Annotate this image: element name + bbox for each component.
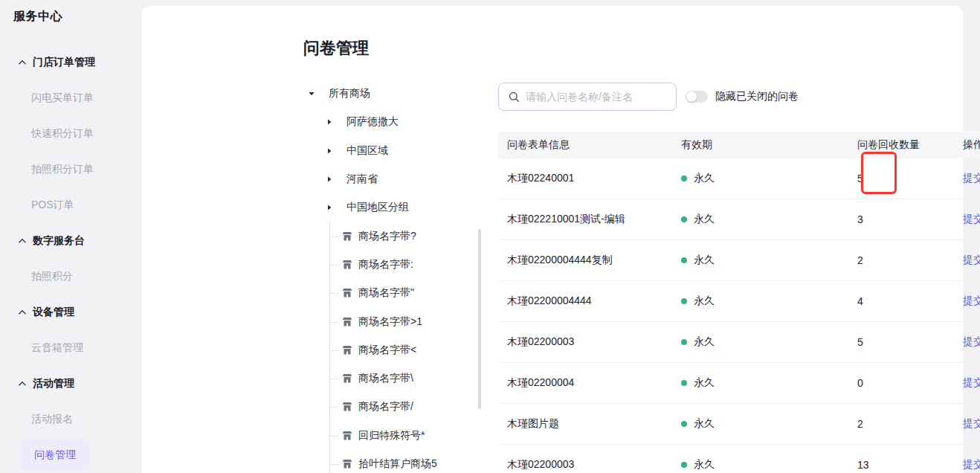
caret-down-icon [308,90,315,97]
sidebar-group[interactable]: 设备管理 [0,295,141,330]
shop-icon [342,373,352,384]
table-row: 木瑾图片题 永久 2 提交记录编辑复制 [498,404,980,445]
tree-leaf-label: 商场名字带/ [358,400,413,414]
search-icon [509,91,520,103]
sidebar-item[interactable]: 闪电买单订单 [0,80,141,116]
table-row: 木瑾02200004444复制 永久 2 提交记录编辑复制 [498,240,980,281]
status-dot [681,421,687,427]
tree-scrollbar[interactable] [478,229,481,409]
tree-leaf-label: 回归特殊符号* [358,429,425,443]
chevron-up-icon [18,236,27,245]
response-count: 3 [857,213,863,225]
tree-leaf-item[interactable]: 商场名字带" [303,279,483,307]
sidebar-item[interactable]: POS订单 [0,187,141,223]
tree-leaf-item[interactable]: 商场名字带>1 [303,307,483,335]
sidebar-item[interactable]: 问卷管理 [0,437,141,473]
questionnaire-name: 木瑾02200003 [507,335,574,349]
sidebar-group[interactable]: 门店订单管理 [0,45,141,80]
tree-leaf-item[interactable]: 回归特殊符号* [303,422,483,450]
tree-stub-line [329,407,339,408]
tree-stub-line [329,265,339,266]
questionnaire-table: 问卷表单信息 有效期 问卷回收数量 操作 木瑾02240001 永久 5 提交记… [498,132,980,473]
submit-records-link[interactable]: 提交记录 [963,458,980,472]
shop-icon [342,231,352,242]
tree-leaf-item[interactable]: 拾叶结算户商场5 [303,450,483,473]
response-count: 2 [857,418,863,430]
shop-icon [342,345,352,355]
tree-branch-item[interactable]: 中国地区分组 [303,193,483,222]
table-row: 木瑾02200004444 永久 4 提交记录编辑复制 [498,281,980,322]
sidebar: 服务中心 门店订单管理 闪电买单订单 快速积分订单 拍照积分订单 POS订单 数… [0,0,141,473]
sidebar-item[interactable]: 快速积分订单 [0,116,141,152]
sidebar-group-label: 活动管理 [33,377,74,390]
submit-records-link[interactable]: 提交记录 [963,213,980,226]
search-input[interactable] [526,91,667,103]
sidebar-group[interactable]: 活动管理 [0,366,141,402]
validity-cell: 永久 [681,417,715,431]
questionnaire-name: 木瑾02200004 [507,376,574,390]
questionnaire-name: 木瑾图片题 [507,417,559,431]
search-box[interactable] [498,83,677,111]
status-dot [681,339,687,345]
validity-cell: 永久 [681,335,715,349]
sidebar-item-label: 云音箱管理 [31,341,83,355]
validity-label: 永久 [694,335,715,349]
tree-leaf-item[interactable]: 商场名字带/ [303,393,483,421]
toolbar: 隐藏已关闭的问卷 创建问卷 [498,83,980,111]
validity-cell: 永久 [681,172,715,185]
tree-root-item[interactable]: 所有商场 [303,80,483,108]
row-actions: 提交记录编辑复制 [963,172,980,185]
tree-leaf-item[interactable]: 商场名字带< [303,336,483,364]
questionnaire-name: 木瑾02240001 [507,172,574,185]
sidebar-item[interactable]: 拍照积分 [0,259,141,295]
caret-right-icon [326,118,333,126]
submit-records-link[interactable]: 提交记录 [963,417,980,431]
tree-stub-line [329,236,339,237]
table-row: 木瑾022210001测试-编辑 永久 3 提交记录编辑复制 [498,199,980,240]
sidebar-item[interactable]: 云音箱管理 [0,330,141,366]
shop-icon [342,288,352,298]
status-dot [681,257,687,263]
tree-branch-label: 中国地区分组 [346,201,409,214]
sidebar-group[interactable]: 数字服务台 [0,223,141,259]
row-actions: 提交记录编辑复制 [963,376,980,390]
sidebar-item[interactable]: 拍照积分订单 [0,152,141,187]
sidebar-item[interactable]: 活动报名 [0,402,141,437]
tree-leaf-label: 商场名字带\ [358,372,413,385]
row-actions: 提交记录编辑复制 [963,458,980,472]
tree-stub-line [329,350,339,351]
tree-branch-item[interactable]: 阿萨德撒大 [303,108,483,136]
response-count: 0 [857,377,863,389]
submit-records-link[interactable]: 提交记录 [963,376,980,390]
status-dot [681,298,687,304]
tree-leaf-item[interactable]: 商场名字带\ [303,364,483,393]
validity-label: 永久 [694,417,715,431]
response-count: 13 [857,459,869,471]
validity-cell: 永久 [681,254,715,267]
sidebar-item-label: 活动报名 [31,413,73,426]
submit-records-link[interactable]: 提交记录 [963,172,980,185]
mall-tree: 所有商场 阿萨德撒大 中国区域 河南省 中国地区分组 商场名字带? 商场名字带:… [303,80,483,473]
table-row: 木瑾02200003 永久 13 提交记录编辑复制 [498,445,980,473]
tree-leaf-label: 商场名字带< [358,344,416,357]
submit-records-link[interactable]: 提交记录 [963,295,980,308]
status-dot [681,216,687,222]
row-actions: 提交记录编辑复制 [963,417,980,431]
submit-records-link[interactable]: 提交记录 [963,254,980,267]
row-actions: 提交记录编辑复制 [963,213,980,226]
sidebar-group-label: 门店订单管理 [33,56,95,69]
tree-branch-label: 中国区域 [346,144,388,158]
validity-label: 永久 [694,295,715,308]
hide-closed-toggle[interactable] [686,91,708,103]
tree-branch-item[interactable]: 河南省 [303,165,483,193]
header-validity: 有效期 [681,138,712,152]
tree-leaf-item[interactable]: 商场名字带: [303,251,483,279]
header-actions: 操作 [963,138,980,152]
tree-stub-line [329,464,339,465]
tree-leaf-item[interactable]: 商场名字带? [303,222,483,250]
shop-icon [342,459,352,469]
tree-branch-item[interactable]: 中国区域 [303,137,483,165]
submit-records-link[interactable]: 提交记录 [963,335,980,349]
tree-stub-line [329,322,339,323]
response-count: 4 [857,295,863,307]
